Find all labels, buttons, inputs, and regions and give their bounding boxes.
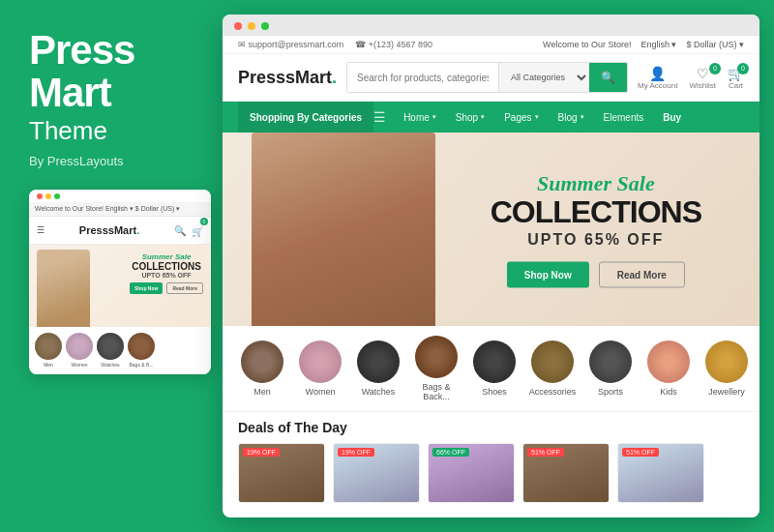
mobile-store-text: Welcome to Our Store! English ▾ $ Dollar…	[35, 205, 180, 213]
browser-dot-yellow	[248, 22, 255, 30]
my-account-action[interactable]: 👤 My Account	[638, 66, 677, 90]
browser-chrome	[223, 15, 759, 36]
mobile-cat-watches[interactable]: Watches	[97, 333, 124, 368]
cat-kids[interactable]: Kids	[644, 340, 693, 397]
cat-sports[interactable]: Sports	[586, 340, 635, 397]
mobile-cart-icon: 🛒	[192, 226, 203, 237]
my-account-label: My Account	[638, 81, 677, 90]
nav-blog[interactable]: Blog ▾	[549, 102, 594, 133]
category-dropdown[interactable]: All Categories	[498, 63, 589, 92]
cat-jewellery[interactable]: Jewellery	[702, 340, 751, 397]
mobile-cat-women[interactable]: Women	[66, 333, 93, 368]
browser-window: ✉ support@pressmart.com ☎ +(123) 4567 89…	[223, 15, 759, 517]
mobile-hero-off: UPTO 65% OFF	[130, 272, 203, 279]
cat-watches-label: Watches	[362, 387, 396, 397]
cat-accessories-image	[531, 340, 574, 383]
mobile-search-icon[interactable]: 🔍	[174, 225, 186, 236]
cat-shoes-image	[473, 340, 516, 383]
mobile-hero-figure	[37, 250, 90, 327]
deal-img-1: 19% OFF	[239, 444, 324, 502]
wishlist-action[interactable]: 0 ♡ Wishlist	[689, 66, 716, 90]
nav-shop-label: Shop	[456, 112, 478, 123]
nav-elements[interactable]: Elements	[594, 102, 654, 133]
mobile-cart-badge: 0	[200, 218, 208, 225]
mobile-hero-collections: COLLECTIONS	[130, 261, 203, 272]
cat-women-image	[299, 340, 342, 383]
cat-bags-label: Bags & Back...	[412, 382, 461, 401]
mobile-hero: Summer Sale COLLECTIONS UPTO 65% OFF Sho…	[29, 245, 211, 327]
mobile-hero-person	[37, 250, 90, 327]
mobile-cat-women-label: Women	[71, 362, 87, 368]
cat-men[interactable]: Men	[238, 340, 286, 397]
cat-jewellery-label: Jewellery	[708, 387, 745, 397]
language-selector[interactable]: English ▾	[640, 40, 676, 49]
nav-blog-chevron: ▾	[580, 113, 584, 121]
deal-img-3: 66% OFF	[429, 444, 514, 502]
deals-title: Deals of The Day	[238, 420, 744, 435]
mobile-preview: Welcome to Our Store! English ▾ $ Dollar…	[29, 190, 211, 374]
mobile-dot-yellow	[45, 193, 51, 199]
nav-shop[interactable]: Shop ▾	[446, 102, 494, 133]
deal-card-2[interactable]: 19% OFF	[333, 443, 420, 503]
cat-watches[interactable]: Watches	[354, 340, 402, 397]
cat-watches-image	[357, 340, 400, 383]
deal-card-1[interactable]: 19% OFF	[238, 443, 325, 503]
brand-title: Press Mart	[29, 29, 134, 114]
deal-img-5: 51% OFF	[618, 444, 703, 502]
mobile-read-more-button[interactable]: Read More	[166, 282, 203, 294]
hero-buttons: Shop Now Read More	[491, 262, 701, 288]
search-input[interactable]	[347, 63, 498, 92]
hero-summer-text: Summer Sale	[491, 171, 701, 196]
contact-email: ✉ support@pressmart.com	[238, 40, 343, 49]
cat-shoes[interactable]: Shoes	[470, 340, 519, 397]
search-button[interactable]: 🔍	[589, 63, 627, 92]
deal-badge-4: 51% OFF	[527, 448, 564, 457]
nav-home-chevron: ▾	[432, 113, 436, 121]
cat-accessories[interactable]: Accessories	[528, 340, 577, 397]
cart-action[interactable]: 0 🛒 Cart	[728, 66, 744, 90]
mobile-dot-red	[37, 193, 43, 199]
cat-bags[interactable]: Bags & Back...	[412, 336, 461, 401]
site-content: ✉ support@pressmart.com ☎ +(123) 4567 89…	[223, 36, 759, 517]
wishlist-badge: 0	[709, 63, 721, 74]
currency-selector[interactable]: $ Dollar (US) ▾	[686, 40, 744, 49]
mobile-cat-bags[interactable]: Bags & B...	[128, 333, 155, 368]
hero-shop-now-button[interactable]: Shop Now	[507, 262, 589, 288]
hero-text: Summer Sale COLLECTIONS UPTO 65% OFF Sho…	[491, 171, 701, 288]
mobile-store-bar: Welcome to Our Store! English ▾ $ Dollar…	[29, 202, 211, 217]
cat-kids-image	[647, 340, 690, 383]
mobile-cat-men-img	[35, 333, 62, 360]
nav-pages[interactable]: Pages ▾	[494, 102, 548, 133]
mobile-cat-men-label: Men	[44, 362, 53, 368]
hero-section: Summer Sale COLLECTIONS UPTO 65% OFF Sho…	[223, 133, 759, 326]
site-nav: Shopping By Categories ☰ Home ▾ Shop ▾ P…	[223, 102, 759, 133]
mobile-cart[interactable]: 🛒 0	[192, 222, 203, 239]
account-icon: 👤	[649, 66, 666, 81]
top-info-bar: ✉ support@pressmart.com ☎ +(123) 4567 89…	[223, 36, 759, 54]
cat-jewellery-image	[705, 340, 748, 383]
mobile-hero-buttons: Shop Now Read More	[130, 282, 203, 294]
cat-shoes-label: Shoes	[482, 387, 507, 397]
mobile-cat-men[interactable]: Men	[35, 333, 62, 368]
categories-button[interactable]: Shopping By Categories	[238, 102, 373, 133]
nav-hamburger-icon[interactable]: ☰	[373, 109, 386, 125]
search-bar[interactable]: All Categories 🔍	[346, 62, 628, 93]
cart-label: Cart	[729, 81, 743, 90]
nav-home-label: Home	[403, 112, 430, 123]
nav-pages-chevron: ▾	[535, 113, 539, 121]
mobile-cat-bags-label: Bags & B...	[129, 362, 153, 368]
nav-home[interactable]: Home ▾	[394, 102, 446, 133]
mobile-hamburger-icon[interactable]: ☰	[37, 225, 45, 235]
deal-card-3[interactable]: 66% OFF	[428, 443, 515, 503]
deals-section: Deals of The Day 19% OFF 19% OFF	[223, 412, 759, 509]
nav-buy[interactable]: Buy	[653, 102, 691, 133]
deal-card-4[interactable]: 51% OFF	[522, 443, 610, 503]
mobile-cat-bags-img	[128, 333, 155, 360]
hero-read-more-button[interactable]: Read More	[599, 262, 685, 288]
cat-women[interactable]: Women	[296, 340, 344, 397]
nav-buy-label: Buy	[663, 112, 681, 123]
by-line: By PressLayouts	[29, 154, 124, 168]
mobile-shop-now-button[interactable]: Shop Now	[130, 282, 163, 294]
deal-card-5[interactable]: 51% OFF	[617, 443, 704, 503]
browser-dot-green	[261, 22, 269, 30]
